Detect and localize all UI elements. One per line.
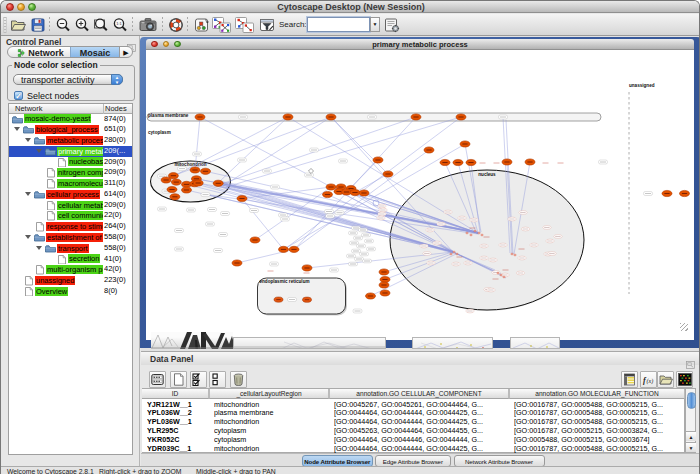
edge[interactable] bbox=[219, 117, 288, 182]
float-panel-icon[interactable] bbox=[686, 355, 696, 364]
table-column-header[interactable]: ID bbox=[142, 389, 209, 399]
nucleus-node[interactable] bbox=[453, 251, 455, 253]
select-all-attributes-icon[interactable] bbox=[190, 371, 207, 388]
table-cell[interactable]: plasma membrane bbox=[214, 409, 328, 418]
scroll-down-arrow[interactable]: ▼ bbox=[686, 442, 696, 452]
tab-network[interactable]: Network bbox=[8, 47, 70, 58]
table-cell[interactable]: [GO:0044464, GO:0044444, GO:0044425, G..… bbox=[334, 418, 508, 427]
nucleus-node[interactable] bbox=[481, 234, 483, 236]
table-cell[interactable]: mitochondrion bbox=[214, 418, 328, 427]
search-dropdown-arrow[interactable]: ▼ bbox=[370, 17, 380, 32]
tree-expander-icon[interactable] bbox=[36, 246, 42, 250]
scroll-up-arrow[interactable]: ▲ bbox=[686, 431, 696, 441]
tree-row[interactable]: response to stimulus 264(0) bbox=[9, 221, 132, 232]
nucleus-node[interactable] bbox=[511, 253, 513, 255]
zoom-in-icon[interactable] bbox=[74, 17, 90, 33]
edge[interactable] bbox=[355, 174, 388, 193]
table-cell[interactable]: [GO:0016787, GO:0005488, GO:0005215, G..… bbox=[514, 409, 684, 418]
tree-row[interactable]: unassigned 223(0) bbox=[9, 275, 132, 286]
table-cell[interactable]: mitochondrion bbox=[214, 401, 328, 410]
table-cell[interactable]: cytoplasm bbox=[214, 427, 328, 436]
tree-row[interactable]: multi-organism process 42(0) bbox=[9, 264, 132, 275]
tree-row[interactable]: cellular process 614(0) bbox=[9, 189, 132, 200]
tree-expander-icon[interactable] bbox=[14, 127, 20, 131]
tree-row[interactable]: nucleobase-containing compound metabolic… bbox=[9, 157, 132, 168]
tree-row[interactable]: biological_process 651(0) bbox=[9, 124, 132, 135]
background-window-fragment[interactable] bbox=[151, 332, 233, 349]
table-cell[interactable]: cytoplasm bbox=[214, 436, 328, 445]
nucleus-node[interactable] bbox=[497, 272, 499, 274]
tree-expander-icon[interactable] bbox=[36, 149, 42, 153]
zoom-out-icon[interactable] bbox=[55, 17, 71, 33]
scrollbar-thumb[interactable] bbox=[687, 392, 696, 409]
table-cell[interactable]: YLR295C bbox=[147, 427, 208, 436]
layout-icon[interactable] bbox=[194, 17, 210, 33]
new-network-from-selection-all-edges-icon[interactable] bbox=[212, 17, 231, 33]
tree-row[interactable]: cell communication 22(0) bbox=[9, 210, 132, 221]
help-lifesaver-icon[interactable] bbox=[168, 17, 184, 33]
zoom-actual-size-icon[interactable]: 1:1 bbox=[112, 17, 128, 33]
table-scrollbar[interactable]: ▲ ▼ bbox=[685, 388, 696, 453]
diamond-node[interactable] bbox=[308, 168, 313, 173]
network-view-frame[interactable]: primary metabolic process plasma membran… bbox=[140, 37, 700, 348]
attribute-legend-icon[interactable] bbox=[621, 371, 638, 388]
search-input[interactable] bbox=[307, 17, 370, 32]
filter-icon[interactable] bbox=[259, 17, 275, 33]
tree-row[interactable]: secretion 41(0) bbox=[9, 254, 132, 265]
tree-row[interactable]: metabolic process 280(0) bbox=[9, 135, 132, 146]
save-session-icon[interactable] bbox=[30, 17, 46, 33]
snapshot-camera-icon[interactable] bbox=[139, 17, 157, 33]
tree-row[interactable]: mosaic-demo-yeast 874(0) bbox=[9, 114, 132, 125]
table-cell[interactable]: [GO:0016787, GO:0005488, GO:0005215, G..… bbox=[514, 401, 684, 410]
nucleus-node[interactable] bbox=[456, 253, 458, 255]
zoom-selected-icon[interactable] bbox=[93, 17, 109, 33]
table-cell[interactable]: YPL036W__2 bbox=[147, 409, 208, 418]
nucleus-node[interactable] bbox=[503, 276, 505, 278]
tab-overflow-arrow[interactable]: ▶ bbox=[119, 47, 132, 58]
bookmark-settings-icon[interactable] bbox=[384, 17, 400, 33]
network-canvas[interactable]: plasma membranecytoplasmmitochondrionnuc… bbox=[146, 50, 694, 340]
matrix-view-icon[interactable] bbox=[676, 371, 693, 388]
table-cell[interactable]: YPL036W__1 bbox=[147, 418, 208, 427]
node-color-combobox[interactable]: transporter activity ▲▼ bbox=[13, 74, 123, 85]
table-cell[interactable]: YJR121W__1 bbox=[147, 401, 208, 410]
tree-expander-icon[interactable] bbox=[25, 192, 31, 196]
table-cell[interactable]: [GO:0016787, GO:0005488, GO:0005215, G..… bbox=[514, 418, 684, 427]
table-column-header[interactable]: annotation.GO MOLECULAR_FUNCTION bbox=[509, 389, 685, 399]
nucleus-node[interactable] bbox=[466, 232, 468, 234]
tree-row[interactable]: Overview 8(0) bbox=[9, 286, 132, 297]
tree-row[interactable]: transport 558(0) bbox=[9, 243, 132, 254]
tree-row[interactable]: primary metabolic process 209(... bbox=[9, 146, 132, 157]
nucleus-node[interactable] bbox=[474, 230, 476, 232]
network-frame-titlebar[interactable]: primary metabolic process bbox=[146, 39, 694, 50]
background-window-fragment[interactable] bbox=[510, 337, 560, 349]
import-attributes-icon[interactable] bbox=[657, 371, 674, 388]
tab-mosaic[interactable]: Mosaic bbox=[70, 47, 120, 58]
background-window-fragment[interactable] bbox=[233, 337, 386, 349]
table-cell[interactable]: [GO:0044464, GO:0044446, GO:0044444, G..… bbox=[334, 436, 508, 445]
window-titlebar[interactable]: Cytoscape Desktop (New Session) bbox=[1, 1, 700, 13]
edge[interactable] bbox=[242, 199, 284, 250]
table-cell[interactable]: [GO:0044464, GO:0044444, GO:0044425, G..… bbox=[334, 409, 508, 418]
table-cell[interactable]: [GO:0005488, GO:0005215, GO:0003674] bbox=[514, 436, 684, 445]
new-network-from-selection-selected-edges-icon[interactable] bbox=[235, 17, 254, 33]
table-cell[interactable]: [GO:0045263, GO:0044464, GO:0044455, G..… bbox=[334, 427, 508, 436]
frame-resize-grip[interactable] bbox=[680, 323, 688, 331]
new-attribute-icon[interactable] bbox=[170, 371, 187, 388]
function-builder-icon[interactable]: f (x) bbox=[640, 371, 657, 388]
table-cell[interactable]: YKR052C bbox=[147, 436, 208, 445]
tree-row[interactable]: cellular metabolic process 209(0) bbox=[9, 200, 132, 211]
attribute-select-icon[interactable] bbox=[149, 371, 166, 388]
unselect-all-attributes-icon[interactable] bbox=[209, 371, 226, 388]
tree-expander-icon[interactable] bbox=[25, 235, 31, 239]
toolbar-grip[interactable] bbox=[3, 17, 7, 33]
nucleus-node[interactable] bbox=[478, 232, 480, 234]
select-nodes-checkbox[interactable]: ✓ bbox=[14, 91, 23, 100]
nucleus-node[interactable] bbox=[450, 253, 452, 255]
tree-row[interactable]: nitrogen compound metabolic process 209(… bbox=[9, 167, 132, 178]
background-window-fragment[interactable] bbox=[412, 337, 493, 349]
attribute-table[interactable]: ID_cellularLayoutRegionannotation.GO CEL… bbox=[142, 388, 685, 453]
nucleus-node[interactable] bbox=[470, 234, 472, 236]
delete-attribute-icon[interactable] bbox=[230, 371, 247, 388]
nucleus-node[interactable] bbox=[514, 254, 516, 256]
